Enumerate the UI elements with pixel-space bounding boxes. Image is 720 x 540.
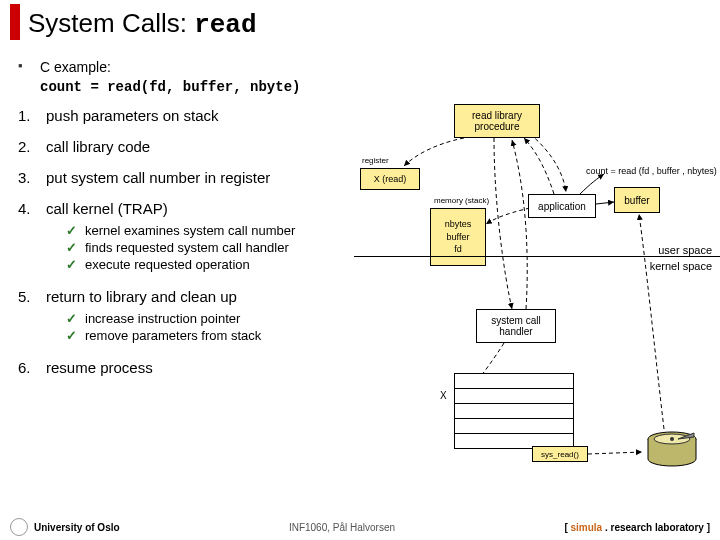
step-item: call library code	[18, 138, 358, 155]
mem-row-0: nbytes	[445, 218, 472, 231]
step-body: put system call number in register	[46, 169, 358, 186]
table-row	[454, 373, 574, 389]
step-item: resume process	[18, 359, 358, 376]
intro-code: count = read(fd, buffer, nbyte)	[40, 79, 300, 95]
count-code: count = read (fd , buffer , nbytes)	[586, 166, 717, 176]
steps-list: push parameters on stackcall library cod…	[18, 107, 358, 376]
buffer-box: buffer	[614, 187, 660, 213]
sch-label: system call handler	[477, 315, 555, 337]
intro-label: C example:	[40, 59, 111, 75]
uio-text: University of Oslo	[34, 522, 120, 533]
simula-brand: simula	[570, 522, 602, 533]
sub-item: ✓increase instruction pointer	[66, 311, 358, 326]
step-text: put system call number in register	[46, 169, 358, 186]
simula-post: . research laboratory ]	[602, 522, 710, 533]
table-row	[454, 388, 574, 404]
register-label: register	[362, 156, 389, 165]
step-item: push parameters on stack	[18, 107, 358, 124]
footer: University of Oslo INF1060, Pål Halvorse…	[0, 514, 720, 540]
title-prefix: System Calls:	[28, 8, 194, 38]
step-item: return to library and clean up✓increase …	[18, 288, 358, 345]
mem-row-1: buffer	[447, 231, 470, 244]
diagram-area: read library procedure register X (read)…	[354, 104, 720, 484]
table-row	[454, 418, 574, 434]
step-text: resume process	[46, 359, 358, 376]
sub-text: increase instruction pointer	[85, 311, 240, 326]
register-value: X (read)	[374, 174, 407, 184]
kernel-space-label: kernel space	[612, 260, 712, 272]
register-box: X (read)	[360, 168, 420, 190]
step-text: push parameters on stack	[46, 107, 358, 124]
intro-row: ▪ C example: count = read(fd, buffer, nb…	[18, 58, 358, 97]
content-area: ▪ C example: count = read(fd, buffer, nb…	[0, 44, 720, 524]
footer-right: [ simula . research laboratory ]	[564, 522, 710, 533]
step-body: call library code	[46, 138, 358, 155]
sub-item: ✓remove parameters from stack	[66, 328, 358, 343]
sub-text: remove parameters from stack	[85, 328, 261, 343]
check-icon: ✓	[66, 328, 77, 343]
buffer-label: buffer	[624, 195, 649, 206]
footer-center: INF1060, Pål Halvorsen	[289, 522, 395, 533]
step-item: call kernel (TRAP)✓kernel examines syste…	[18, 200, 358, 274]
user-space-label: user space	[612, 244, 712, 256]
check-icon: ✓	[66, 311, 77, 326]
svg-point-2	[670, 437, 674, 441]
sub-text: finds requested system call handler	[85, 240, 289, 255]
memory-stack-box: nbytes buffer fd	[430, 208, 486, 266]
steps-column: ▪ C example: count = read(fd, buffer, nb…	[18, 58, 358, 390]
step-body: resume process	[46, 359, 358, 376]
read-library-box: read library procedure	[454, 104, 540, 138]
step-body: return to library and clean up✓increase …	[46, 288, 358, 345]
step-body: call kernel (TRAP)✓kernel examines syste…	[46, 200, 358, 274]
syscall-handler-box: system call handler	[476, 309, 556, 343]
application-box: application	[528, 194, 596, 218]
title-code: read	[194, 10, 256, 40]
footer-left: University of Oslo	[10, 518, 120, 536]
intro-body: C example: count = read(fd, buffer, nbyt…	[40, 58, 358, 97]
table-x-label: X	[440, 390, 447, 401]
sub-item: ✓execute requested operation	[66, 257, 358, 272]
space-divider	[354, 256, 720, 257]
sub-item: ✓finds requested system call handler	[66, 240, 358, 255]
app-label: application	[538, 201, 586, 212]
step-text: return to library and clean up	[46, 288, 358, 305]
disk-icon	[644, 429, 700, 473]
sysread-box: sys_read()	[532, 446, 588, 462]
memory-label: memory (stack)	[434, 196, 489, 205]
mem-row-2: fd	[454, 243, 462, 256]
step-text: call kernel (TRAP)	[46, 200, 358, 217]
step-body: push parameters on stack	[46, 107, 358, 124]
lib-label: read library procedure	[455, 110, 539, 132]
step-sublist: ✓kernel examines system call number✓find…	[66, 223, 358, 272]
step-text: call library code	[46, 138, 358, 155]
uio-seal-icon	[10, 518, 28, 536]
sysread-label: sys_read()	[541, 450, 579, 459]
check-icon: ✓	[66, 240, 77, 255]
accent-bar	[10, 4, 20, 40]
sub-item: ✓kernel examines system call number	[66, 223, 358, 238]
page-title: System Calls: read	[0, 0, 720, 44]
sub-text: execute requested operation	[85, 257, 250, 272]
step-sublist: ✓increase instruction pointer✓remove par…	[66, 311, 358, 343]
check-icon: ✓	[66, 223, 77, 238]
step-item: put system call number in register	[18, 169, 358, 186]
check-icon: ✓	[66, 257, 77, 272]
sub-text: kernel examines system call number	[85, 223, 295, 238]
syscall-table	[454, 374, 574, 449]
bullet-square: ▪	[18, 58, 40, 97]
table-row	[454, 403, 574, 419]
